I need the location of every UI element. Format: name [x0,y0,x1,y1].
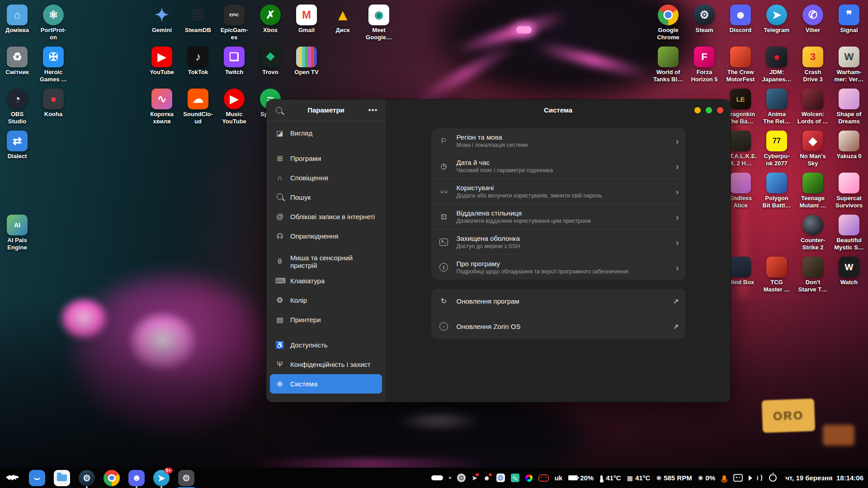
sidebar-item-system[interactable]: ⊛Система [270,374,382,394]
settings-row-date-time[interactable]: ◷Дата й часЧасовий пояс і параметри годи… [431,153,685,178]
search-button[interactable] [273,104,285,117]
desktop-icon-counter-strike-2[interactable]: Counter-Strike 2 [795,215,831,251]
desktop-icon-soundcloud[interactable]: ☁SoundClo-ud [180,89,216,125]
desktop-icon-ai-pals-engine[interactable]: AIAI PalsEngine [0,215,35,251]
cpu-temp-indicator[interactable]: 41°C [599,474,621,482]
settings-row-region-language[interactable]: ⚐Регіон та моваМова і локалізація систем… [431,128,685,153]
volume-tray-icon[interactable] [749,474,762,482]
desktop-icon-google-drive[interactable]: ▲Диск [325,5,361,34]
sidebar-item-color[interactable]: ❂Колір [270,291,382,310]
desktop-icon-open-tv[interactable]: Open TV [288,47,325,76]
desktop-icon-youtube-music[interactable]: ▶MusicYouTube [216,89,252,125]
close-button[interactable] [717,107,723,113]
desktop-icon-gemini[interactable]: ✦Gemini [144,5,180,34]
desktop-icon-shape-of-dreams[interactable]: Shape ofDreams [831,89,867,125]
fan-percent-indicator[interactable]: ❋0% [698,474,715,482]
desktop-icon-world-of-tanks-blitz[interactable]: World ofTanks Bl… [650,47,686,83]
desktop-icon-anima-the-reliquary[interactable]: AnimaThe Rel… [759,89,795,125]
desktop-icon-jdm-japanese[interactable]: ●JDM:Japanes… [759,47,795,83]
desktop-icon-telegram[interactable]: ➤Telegram [759,5,795,34]
files-button[interactable] [53,469,71,487]
desktop-icon-cyberpunk-2077[interactable]: 77Cyberpu-nk 2077 [759,131,795,167]
desktop-icon-home-folder[interactable]: ⌂Домівка [0,5,35,34]
sidebar-item-privacy[interactable]: ΨКонфіденційність і захист [270,355,382,374]
system-monitor-tray-icon[interactable]: ∿ [511,474,519,482]
desktop-icon-watch[interactable]: WWatch [831,257,867,286]
sidebar-item-mouse-touchpad[interactable]: θМиша та сенсорний пристрій [270,252,382,271]
desktop-icon-tiktok[interactable]: ♪TokTok [180,47,216,76]
sidebar-item-applications[interactable]: ⊞Програми [270,149,382,168]
desktop-icon-obs-studio[interactable]: ◔OBSStudio [0,89,35,125]
discord-button[interactable]: ☻ [128,469,145,487]
settings-link-zorin-os-upgrade[interactable]: ↑Оновлення Zorin OS↗ [431,314,685,339]
globe-app-tray-icon[interactable]: ❂ [496,474,505,482]
desktop-icon-supercat-survivors[interactable]: SupercatSurvivors [831,173,867,209]
keyboard-layout-indicator[interactable]: uk [555,474,563,482]
desktop-icon-portproton[interactable]: ⚛PortProt-on [35,5,71,41]
chrome-button[interactable] [103,469,120,487]
zorin-menu-button[interactable] [4,469,21,487]
fan-rpm-indicator[interactable]: ❋585 RPM [656,474,692,482]
steam-tray-icon[interactable]: ⚙ [457,474,466,482]
desktop-icon-signal[interactable]: ❞Signal [831,5,867,34]
desktop-icon-shortwave[interactable]: ∿Короткахвиля [144,89,180,125]
sidebar-item-online-accounts[interactable]: @Облікові записи в інтернеті [270,207,382,226]
microphone-tray-icon[interactable] [722,475,726,481]
desktop-icon-steam[interactable]: ⚙Steam [686,5,722,34]
settings-link-software-updates[interactable]: ↻Оновлення програм↗ [431,289,685,314]
sidebar-item-appearance[interactable]: ◪Вигляд [270,123,382,143]
settings-button[interactable]: ⚙ [178,469,195,487]
desktop-icon-trovo[interactable]: ❖Trovo [252,47,288,76]
sidebar-item-search[interactable]: Пошук [270,188,382,207]
tray-indicator-dot[interactable] [449,477,451,479]
minimize-button[interactable] [694,107,701,113]
desktop-icon-crash-drive-3[interactable]: 3CrashDrive 3 [795,47,831,83]
desktop-icon-polygon-bit-battle[interactable]: PolygonBit Battl… [759,173,795,209]
desktop-icon-google-chrome[interactable]: GoogleChrome [650,5,686,41]
desktop-icon-kooha[interactable]: ●Kooha [35,89,71,118]
battery-indicator[interactable]: 20% [568,474,594,482]
gamepad-tray-icon[interactable] [538,474,549,482]
desktop-icon-tcg-master[interactable]: TCGMaster … [759,257,795,293]
desktop-icon-steamdb[interactable]: ≣SteamDB [180,5,216,34]
discord-tray-icon[interactable]: ☻ [483,474,491,482]
device-tray-icon[interactable] [733,474,743,482]
telegram-button[interactable]: ➤9+ [153,469,170,487]
desktop-icon-youtube[interactable]: ▶YouTube [144,47,180,76]
settings-row-about[interactable]: iПро програмуПодробиці щодо обладнання т… [431,254,685,280]
tray-indicator-pill[interactable] [431,475,443,480]
desktop-icon-twitch[interactable]: ❏Twitch [216,47,252,76]
desktop-icon-xbox[interactable]: ✗Xbox [252,5,288,34]
desktop-icon-discord[interactable]: ☻Discord [722,5,759,34]
menu-button[interactable]: ••• [367,104,379,117]
desktop-icon-the-crew-motorfest[interactable]: The CrewMotorFest [722,47,759,83]
desktop-icon-warhammer-vermintide[interactable]: WWarham-mer: Ver… [831,47,867,83]
software-store-button[interactable]: ⌣ [28,469,46,487]
maximize-button[interactable] [706,107,712,113]
desktop-icon-trash[interactable]: ♻Смітник [0,47,35,76]
settings-row-users[interactable]: ☺☺КористувачіДодати або вилучити користу… [431,178,685,204]
desktop-icon-epic-games[interactable]: EPICEpicGam-es [216,5,252,41]
desktop-icon-heroic-games[interactable]: ✠HeroicGames … [35,47,71,83]
openrgb-tray-icon[interactable] [525,474,533,482]
settings-row-remote-desktop[interactable]: ⊡Віддалена стільницяДозволити віддалене … [431,204,685,229]
sidebar-item-accessibility[interactable]: ♿Доступність [270,335,382,355]
gpu-temp-indicator[interactable]: ▦41°C [627,474,651,482]
sidebar-item-sharing[interactable]: ☊Оприлюднення [270,226,382,246]
sidebar-item-printers[interactable]: ▤Принтери [270,310,382,329]
desktop-icon-teenage-mutant[interactable]: TeenageMutant … [795,173,831,209]
desktop-icon-beautiful-mystic[interactable]: BeautifulMystic S… [831,215,867,251]
sidebar-item-notifications[interactable]: ∩Сповіщення [270,168,382,188]
desktop-icon-google-meet[interactable]: ◉MeetGoogle… [361,5,397,41]
desktop-icon-gmail[interactable]: MGmail [288,5,325,34]
desktop-icon-wolcen-lords-of-mayhem[interactable]: Wolcen:Lords of … [795,89,831,125]
power-tray-icon[interactable] [769,474,777,482]
desktop-icon-dialect[interactable]: ⇄Dialect [0,131,35,160]
telegram-tray-icon[interactable]: ➤ [472,474,477,482]
sidebar-item-keyboard[interactable]: ⌨Клавіатура [270,271,382,291]
settings-row-secure-shell[interactable]: >_Захищена оболонкаДоступ до мережі з SS… [431,229,685,254]
desktop-icon-dont-starve-together[interactable]: Don'tStarve T… [795,257,831,293]
steam-button[interactable]: ⚙ [78,469,95,487]
desktop-icon-no-mans-sky[interactable]: ◆No Man'sSky [795,131,831,167]
desktop-icon-viber[interactable]: ✆Viber [795,5,831,34]
